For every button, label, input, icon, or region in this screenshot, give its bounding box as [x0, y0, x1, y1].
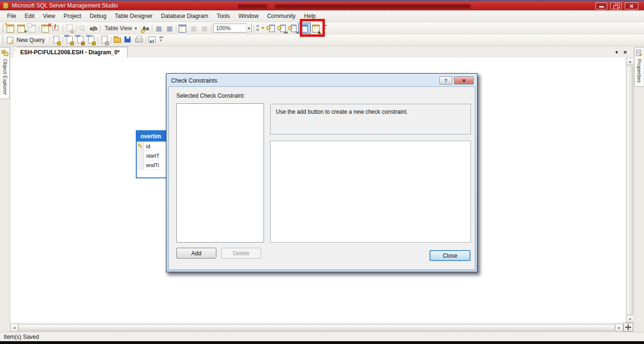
- print-icon[interactable]: [134, 35, 145, 45]
- tab-list-dropdown-icon[interactable]: ▾: [613, 48, 620, 56]
- table-view-button[interactable]: Table View: [101, 23, 140, 34]
- delete-button: Delete: [221, 248, 261, 259]
- menu-item[interactable]: Window: [234, 11, 263, 21]
- manage-relationships-icon[interactable]: [266, 23, 277, 34]
- minimize-button[interactable]: [595, 2, 607, 9]
- properties-tab[interactable]: Properties: [634, 47, 644, 87]
- constraint-properties-panel: [270, 141, 471, 243]
- menu-item[interactable]: Database Diagram: [157, 11, 213, 21]
- menu-item[interactable]: View: [39, 11, 59, 21]
- column-name: id: [144, 142, 150, 151]
- row-selector[interactable]: [137, 142, 144, 151]
- delete-tables-from-database-icon[interactable]: [40, 23, 51, 34]
- highlight-annotation-icon[interactable]: Aa: [140, 23, 151, 34]
- column-name: startT: [144, 151, 159, 160]
- open-file-icon[interactable]: [112, 35, 123, 45]
- remove-from-diagram-icon[interactable]: [51, 23, 62, 34]
- constraint-info-message: Use the add button to create a new check…: [270, 104, 471, 134]
- vertical-scrollbar[interactable]: ▲ ▼: [626, 58, 634, 323]
- manage-indexes-and-keys-icon[interactable]: AB: [277, 23, 288, 34]
- toolbar-separator: [210, 24, 212, 33]
- analysis-services-xmla-query-icon[interactable]: XMLA: [86, 35, 97, 45]
- menu-item[interactable]: File: [3, 11, 20, 21]
- row-selector[interactable]: [137, 160, 144, 169]
- arrange-tables-icon[interactable]: [164, 23, 175, 34]
- tab-close-icon[interactable]: ×: [621, 48, 629, 56]
- menu-item[interactable]: Tools: [213, 11, 234, 21]
- activity-monitor-icon[interactable]: [147, 35, 158, 45]
- scroll-right-icon[interactable]: ►: [615, 324, 623, 332]
- taskbar-edge: [0, 341, 644, 344]
- add-button[interactable]: Add: [176, 248, 216, 259]
- scroll-up-icon[interactable]: ▲: [626, 58, 634, 65]
- zoom-combo[interactable]: 100%: [213, 24, 252, 33]
- restore-button[interactable]: [610, 2, 622, 9]
- recalculate-page-breaks-icon[interactable]: [188, 23, 199, 34]
- check-constraints-list[interactable]: [176, 103, 264, 243]
- save-icon[interactable]: [123, 35, 134, 45]
- add-table-icon[interactable]: [16, 23, 27, 34]
- properties-icon: [636, 50, 643, 57]
- object-explorer-tab[interactable]: Object Explorer: [0, 47, 10, 99]
- add-related-tables-icon[interactable]: [27, 23, 38, 34]
- active-document-tab[interactable]: ESH-PC\FULL2008.ESH - Diagram_0*: [12, 47, 128, 58]
- arrange-selection-icon[interactable]: [153, 23, 164, 34]
- menu-item[interactable]: Edit: [20, 11, 39, 21]
- object-explorer-icon: [1, 50, 8, 57]
- title-bar: Microsoft SQL Server Management Studio: [0, 0, 644, 10]
- column-name: endTi: [144, 160, 159, 169]
- relationships-icon[interactable]: [255, 23, 266, 34]
- vertical-scrollbar-thumb[interactable]: [627, 66, 633, 315]
- window-title: Microsoft SQL Server Management Studio: [12, 2, 118, 9]
- scroll-down-icon[interactable]: ▼: [626, 315, 634, 323]
- analysis-services-mdx-query-icon[interactable]: MDX: [64, 35, 75, 45]
- background-window-title-blurred: [238, 4, 471, 8]
- status-bar: Item(s) Saved: [0, 332, 644, 341]
- selected-check-constraint-label: Selected Check Constraint:: [176, 92, 245, 99]
- red-highlight-box: [300, 19, 325, 37]
- properties-label: Properties: [636, 59, 642, 83]
- dialog-close-button[interactable]: ×: [454, 76, 474, 84]
- show-column-names-icon[interactable]: a|b: [88, 23, 99, 34]
- close-dialog-button[interactable]: Close: [429, 250, 471, 261]
- status-text: Item(s) Saved: [4, 334, 39, 340]
- left-dock-rail: Object Explorer: [0, 46, 10, 332]
- sql-compact-query-icon[interactable]: [99, 35, 110, 45]
- menu-item[interactable]: Community: [263, 11, 300, 21]
- pan-arrows-icon: [625, 324, 631, 330]
- document-tab-title: ESH-PC\FULL2008.ESH - Diagram_0*: [20, 49, 120, 56]
- object-explorer-label: Object Explorer: [2, 59, 8, 95]
- new-table-icon[interactable]: [5, 23, 16, 34]
- new-query-button[interactable]: New Query: [5, 35, 49, 45]
- scroll-left-icon[interactable]: ◄: [10, 324, 18, 332]
- check-constraints-dialog: Check Constraints ? × Selected Check Con…: [166, 73, 478, 272]
- set-primary-key-icon[interactable]: [77, 23, 88, 34]
- primary-key-icon: [138, 143, 143, 149]
- dialog-help-button[interactable]: ?: [439, 76, 452, 84]
- menu-item[interactable]: Table Designer: [111, 11, 157, 21]
- ssms-window: Microsoft SQL Server Management Studio F…: [0, 0, 644, 344]
- horizontal-scrollbar[interactable]: ◄ ►: [10, 323, 623, 332]
- ssms-app-icon: [2, 2, 9, 9]
- generate-change-script-icon[interactable]: [64, 23, 75, 34]
- menu-item[interactable]: Debug: [85, 11, 110, 21]
- row-selector[interactable]: [137, 151, 144, 160]
- horizontal-scrollbar-thumb[interactable]: [18, 324, 615, 331]
- document-tab-strip: ESH-PC\FULL2008.ESH - Diagram_0* ▾ ×: [0, 46, 644, 58]
- toolbar-options-overflow-icon[interactable]: [158, 35, 165, 45]
- analysis-services-dmx-query-icon[interactable]: DMX: [75, 35, 86, 45]
- menu-item[interactable]: Project: [59, 11, 85, 21]
- dialog-title: Check Constraints: [171, 77, 439, 84]
- toolbar-grip: [1, 35, 5, 45]
- close-button[interactable]: [625, 2, 638, 9]
- dialog-body: Selected Check Constraint: Use the add b…: [168, 86, 475, 270]
- view-page-breaks-icon[interactable]: [177, 23, 188, 34]
- dialog-title-bar[interactable]: Check Constraints ? ×: [168, 75, 476, 86]
- manage-fulltext-indexes-icon[interactable]: HI: [288, 23, 298, 34]
- autosize-selected-tables-icon[interactable]: [199, 23, 210, 34]
- right-dock-rail: Properties: [634, 46, 644, 332]
- pan-button[interactable]: [623, 323, 633, 332]
- database-engine-query-icon[interactable]: [51, 35, 62, 45]
